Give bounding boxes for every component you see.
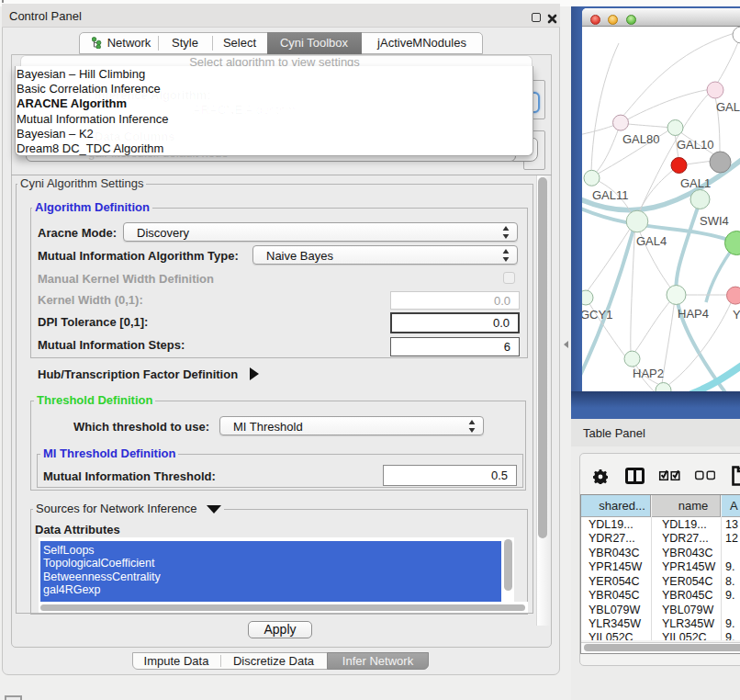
svg-text:GAL1: GAL1	[680, 176, 711, 190]
svg-text:GAL10: GAL10	[677, 138, 713, 152]
svg-text:GAL4: GAL4	[636, 234, 667, 248]
svg-text:GAL: GAL	[716, 100, 740, 114]
svg-text:GAL11: GAL11	[592, 188, 629, 202]
svg-text:Y: Y	[733, 308, 740, 322]
svg-text:HAP4: HAP4	[678, 307, 709, 321]
svg-text:GAL80: GAL80	[622, 132, 659, 146]
svg-text:HAP2: HAP2	[633, 367, 664, 380]
svg-text:SWI4: SWI4	[700, 214, 729, 228]
svg-text:GCY1: GCY1	[582, 308, 612, 322]
